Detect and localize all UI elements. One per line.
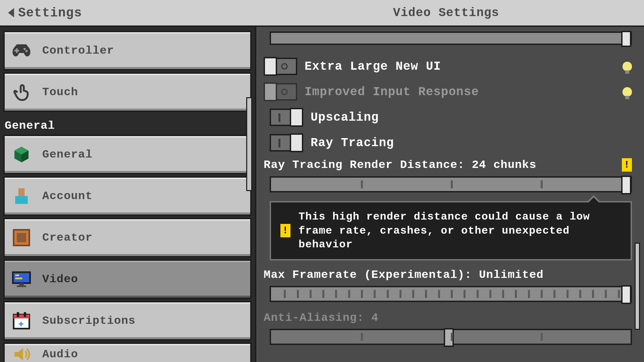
slider-tick [361,333,363,341]
slider-tick [399,290,401,298]
label-improved-input: Improved Input Response [305,85,479,99]
sidebar-item-creator[interactable]: Creator [3,218,252,257]
sidebar-item-controller[interactable]: Controller [3,31,252,70]
slider-tick [567,290,569,298]
sidebar-scrollbar[interactable] [246,31,255,362]
slider-tick [438,290,440,298]
slider-tick [605,290,607,298]
slider-tick [579,290,581,298]
svg-rect-11 [15,275,19,276]
slider-tick [361,180,363,188]
label-rt-render-distance: Ray Tracing Render Distance: 24 chunks ! [264,158,632,172]
slider-tick [528,290,530,298]
sidebar-item-label: Video [42,273,78,286]
label-extra-large-ui: Extra Large New UI [305,60,441,73]
toggle-knob [264,82,277,101]
sidebar-item-touch[interactable]: Touch [3,72,252,112]
warning-icon: ! [280,224,290,237]
sidebar-item-label: Audio [42,348,78,361]
slider-tick [541,333,543,341]
back-button[interactable]: Settings [0,0,90,25]
svg-rect-16 [24,312,26,317]
label-upscaling: Upscaling [311,111,379,124]
sidebar-item-account[interactable]: Account [3,176,252,216]
label-text: Max Framerate (Experimental): Unlimited [264,268,544,281]
toggle-ray-tracing[interactable] [270,134,303,152]
row-upscaling: Upscaling [264,105,632,130]
slider-tick [515,290,517,298]
label-anti-aliasing: Anti-Aliasing: 4 [264,311,632,324]
slider-tick [592,290,594,298]
toggle-extra-large-ui[interactable] [264,58,297,75]
slider-tick [284,290,286,298]
block-rt-render-distance: Ray Tracing Render Distance: 24 chunks ! [264,158,632,192]
previous-slider-partial[interactable] [270,32,632,45]
slider-tick [477,290,479,298]
slider-tick [541,180,543,188]
slider-thumb[interactable] [621,176,631,194]
content-scrollbar[interactable] [635,32,642,362]
slider-tick [489,290,491,298]
svg-rect-14 [14,314,30,318]
sidebar-item-label: Account [42,190,93,202]
info-bulb-icon[interactable] [623,87,632,97]
info-bulb-icon[interactable] [623,62,632,71]
block-max-framerate: Max Framerate (Experimental): Unlimited [264,268,632,302]
slider-tick [464,290,466,298]
slider-tick [374,290,376,298]
svg-rect-15 [17,312,19,317]
slider-tick [502,290,504,298]
slider-tick [297,290,299,298]
sidebar-item-audio[interactable]: Audio [3,343,252,362]
sidebar-section-general: General [5,119,250,132]
slider-tick [425,290,427,298]
label-max-framerate: Max Framerate (Experimental): Unlimited [264,268,632,281]
svg-point-2 [23,48,26,50]
slider-tick [451,180,453,188]
sidebar-item-label: General [42,148,93,161]
slider-tick [387,290,389,298]
slider-tick [553,290,555,298]
back-label: Settings [18,6,82,20]
creator-icon [12,228,31,247]
slider-thumb[interactable] [621,285,631,304]
sidebar-item-label: Controller [42,44,114,57]
toggle-knob[interactable] [264,57,277,76]
slider-tick [322,290,324,298]
sidebar: Controller Touch General General Account [0,27,255,362]
sidebar-item-video[interactable]: Video [3,259,252,299]
toggle-off-mark [281,63,288,70]
toggle-off-mark [281,88,288,95]
toggle-knob[interactable] [290,133,303,152]
slider-thumb[interactable] [621,31,631,47]
warning-tooltip: ! This high render distance could cause … [270,201,632,260]
header-bar: Settings Video Settings [0,0,644,27]
slider-tick [451,333,453,341]
label-text: Ray Tracing Render Distance: 24 chunks [264,159,536,171]
svg-rect-12 [15,278,22,279]
calendar-icon: + [12,311,31,330]
sidebar-item-subscriptions[interactable]: + Subscriptions [3,301,252,341]
sidebar-item-label: Subscriptions [42,314,136,327]
slider-tick [335,290,337,298]
slider-rt-render-distance[interactable] [270,176,632,192]
svg-rect-5 [15,196,28,204]
content-scrollbar-thumb[interactable] [635,243,640,330]
slider-tick [618,290,620,298]
slider-tick [310,290,312,298]
sidebar-item-general[interactable]: General [3,135,252,174]
cube-icon [12,145,31,164]
warning-icon[interactable]: ! [622,158,632,172]
row-ray-tracing: Ray Tracing [264,130,632,156]
toggle-knob[interactable] [290,108,303,127]
sidebar-item-label: Touch [42,86,78,99]
sidebar-scrollbar-thumb[interactable] [246,97,252,191]
toggle-upscaling[interactable] [270,109,303,126]
controller-icon [12,41,31,60]
chevron-left-icon [8,8,14,17]
slider-max-framerate[interactable] [270,286,632,302]
content-pane: Extra Large New UI Improved Input Respon… [255,27,644,362]
label-text: Anti-Aliasing: 4 [264,311,378,324]
svg-rect-1 [14,50,19,52]
speaker-icon [12,345,31,362]
